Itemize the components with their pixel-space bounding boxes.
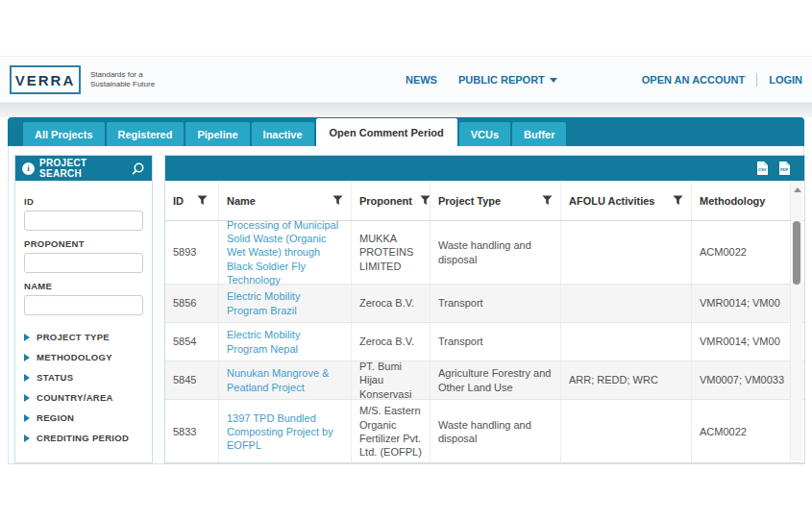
logo-tagline: Standards for a Sustainable Future: [90, 70, 155, 90]
cell-id: 5845: [165, 361, 219, 399]
cell-project-type: Waste handling and disposal: [431, 221, 561, 284]
cell-proponent: Zeroca B.V.: [352, 285, 431, 322]
search-icon[interactable]: [131, 162, 145, 176]
svg-text:PDF: PDF: [780, 167, 789, 172]
top-nav: NEWS PUBLIC REPORT OPEN AN ACCOUNT LOGIN: [406, 57, 802, 102]
name-input[interactable]: [24, 295, 143, 315]
chevron-down-icon: [550, 78, 557, 83]
table-toolbar: CSV PDF: [165, 156, 804, 181]
nav-news[interactable]: NEWS: [406, 74, 437, 86]
results-table-card: CSV PDF ID: [164, 155, 805, 463]
project-link[interactable]: Electric Mobility Program Nepal: [227, 328, 343, 356]
tab-vcus[interactable]: VCUs: [459, 122, 510, 146]
filter-icon[interactable]: [542, 195, 553, 206]
cell-project-type: Transport: [431, 285, 561, 322]
svg-text:CSV: CSV: [758, 167, 767, 172]
cell-afolu: [561, 221, 692, 284]
section-project-type[interactable]: PROJECT TYPE: [24, 327, 143, 347]
cell-proponent: M/S. Eastern Organic Fertilizer Pvt. Ltd…: [352, 400, 431, 463]
project-link[interactable]: Processing of Municipal Solid Waste (Org…: [227, 218, 343, 286]
table-row: 5845 Nunukan Mangrove & Peatland Project…: [165, 361, 804, 400]
cell-proponent: Zeroca B.V.: [352, 323, 431, 360]
tab-strip: All Projects Registered Pipeline Inactiv…: [8, 117, 804, 146]
tab-registered[interactable]: Registered: [107, 122, 185, 146]
id-input[interactable]: [24, 211, 143, 231]
cell-methodology: VM0007; VM0033: [692, 361, 804, 399]
id-label: ID: [24, 196, 143, 207]
filter-icon[interactable]: [197, 195, 208, 206]
table-header-row: ID Name Proponent: [165, 181, 804, 221]
cell-methodology: ACM0022: [692, 400, 804, 463]
csv-export-icon[interactable]: CSV: [756, 161, 769, 176]
scrollbar-thumb[interactable]: [793, 221, 800, 285]
column-header-methodology: Methodology: [692, 181, 804, 220]
cell-afolu: ARR; REDD; WRC: [561, 361, 692, 399]
expand-arrow-icon: [24, 435, 30, 442]
tabs: All Projects Registered Pipeline Inactiv…: [23, 118, 566, 146]
sidebar-body: ID PROPONENT NAME PROJECT TYPE METHODOL: [15, 181, 152, 448]
sidebar-title: PROJECT SEARCH: [39, 158, 131, 179]
filter-icon[interactable]: [332, 195, 343, 206]
cell-afolu: [561, 323, 692, 360]
panel-body: i PROJECT SEARCH ID PROPONENT NAME: [8, 146, 804, 464]
table-scrollbar[interactable]: [790, 183, 802, 460]
sidebar-sections: PROJECT TYPE METHODOLOGY STATUS COU: [24, 327, 143, 448]
table-row: 5854 Electric Mobility Program Nepal Zer…: [165, 323, 804, 361]
project-link[interactable]: Electric Mobility Program Brazil: [227, 289, 343, 317]
expand-arrow-icon: [24, 334, 30, 341]
proponent-input[interactable]: [24, 253, 143, 273]
section-methodology[interactable]: METHODOLOGY: [24, 347, 143, 367]
table-body: 5893 Processing of Municipal Solid Waste…: [165, 221, 804, 463]
tab-buffer[interactable]: Buffer: [512, 122, 566, 146]
column-header-project-type: Project Type: [431, 181, 561, 220]
section-crediting-period[interactable]: CREDITING PERIOD: [24, 428, 143, 448]
cell-id: 5854: [165, 323, 219, 360]
cell-proponent: MUKKA PROTEINS LIMITED: [352, 221, 431, 284]
expand-arrow-icon: [24, 394, 30, 402]
section-status[interactable]: STATUS: [24, 367, 143, 387]
tagline-line-2: Sustainable Future: [90, 80, 155, 89]
project-link[interactable]: Nunukan Mangrove & Peatland Project: [227, 366, 343, 394]
project-search-sidebar: i PROJECT SEARCH ID PROPONENT NAME: [14, 155, 153, 463]
pdf-export-icon[interactable]: PDF: [778, 161, 791, 176]
main-panel: All Projects Registered Pipeline Inactiv…: [8, 117, 804, 464]
cell-afolu: [561, 285, 692, 322]
cell-id: 5833: [165, 400, 219, 463]
expand-arrow-icon: [24, 374, 30, 382]
verra-logo-text: VERRA: [15, 72, 76, 88]
cell-methodology: VMR0014; VM00: [692, 285, 804, 322]
cell-id: 5856: [165, 285, 219, 322]
site-header: VERRA Standards for a Sustainable Future…: [0, 56, 812, 103]
cell-proponent: PT. Bumi Hijau Konservasi: [352, 361, 431, 399]
scroll-up-icon[interactable]: [794, 187, 801, 192]
cell-project-type: Transport: [431, 323, 561, 360]
section-country-area[interactable]: COUNTRY/AREA: [24, 387, 143, 408]
nav-open-account[interactable]: OPEN AN ACCOUNT: [642, 74, 745, 86]
sidebar-header-bar: i PROJECT SEARCH: [15, 156, 152, 181]
column-header-proponent: Proponent: [352, 181, 431, 220]
cell-afolu: [561, 400, 692, 463]
nav-public-report[interactable]: PUBLIC REPORT: [458, 74, 557, 86]
filter-icon[interactable]: [420, 195, 431, 206]
cell-project-type: Agriculture Forestry and Other Land Use: [431, 361, 561, 399]
filter-icon[interactable]: [673, 195, 683, 206]
table-row: 5833 1397 TPD Bundled Composting Project…: [165, 400, 804, 463]
table-row: 5856 Electric Mobility Program Brazil Ze…: [165, 285, 804, 323]
cell-methodology: VMR0014; VM00: [692, 323, 804, 360]
tab-all-projects[interactable]: All Projects: [23, 122, 105, 146]
header-shadow-band: [0, 103, 812, 117]
section-region[interactable]: REGION: [24, 408, 143, 428]
tab-open-comment-period[interactable]: Open Comment Period: [316, 118, 457, 146]
verra-logo[interactable]: VERRA: [10, 65, 81, 94]
cell-project-type: Waste handling and disposal: [431, 400, 561, 463]
info-icon: i: [22, 162, 35, 175]
tab-pipeline[interactable]: Pipeline: [185, 122, 249, 146]
tab-inactive[interactable]: Inactive: [252, 122, 314, 146]
cell-id: 5893: [165, 221, 219, 284]
verra-registry-page: VERRA Standards for a Sustainable Future…: [0, 0, 812, 522]
column-header-afolu-activities: AFOLU Activities: [561, 181, 692, 220]
nav-login[interactable]: LOGIN: [769, 74, 802, 86]
name-label: NAME: [24, 281, 143, 291]
project-link[interactable]: 1397 TPD Bundled Composting Project by E…: [227, 411, 343, 453]
column-header-id: ID: [165, 181, 219, 220]
